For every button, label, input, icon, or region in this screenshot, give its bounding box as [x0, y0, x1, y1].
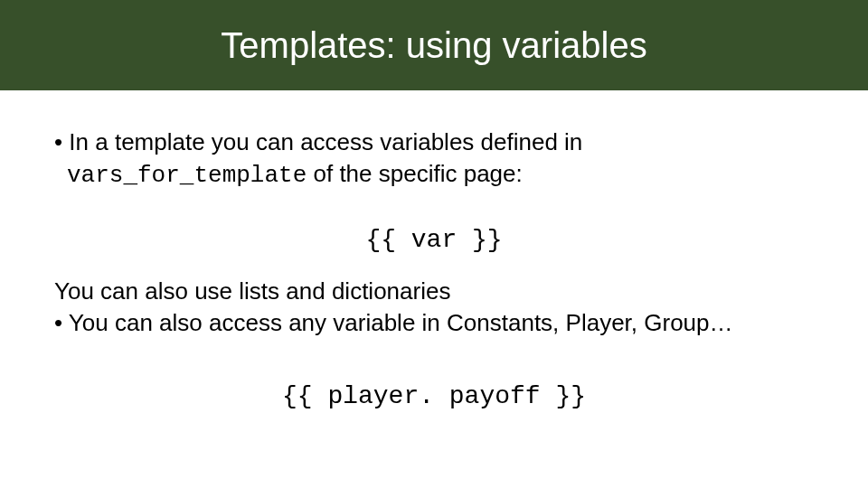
slide-content: • In a template you can access variables…	[0, 90, 868, 414]
slide-title: Templates: using variables	[221, 25, 646, 66]
code-example-1: {{ var }}	[54, 223, 814, 258]
bullet-2: • You can also access any variable in Co…	[54, 307, 814, 339]
line-lists: You can also use lists and dictionaries	[54, 276, 814, 307]
bullet-1: • In a template you can access variables…	[54, 127, 814, 158]
bullet-1-lead: • In a template you can access variables…	[54, 128, 582, 155]
bullet-1-code: vars_for_template	[67, 162, 307, 189]
code-example-2: {{ player. payoff }}	[54, 380, 814, 414]
bullet-1-continuation: vars_for_template of the specific page:	[67, 158, 814, 192]
bullet-1-tail: of the specific page:	[307, 160, 522, 187]
slide-header: Templates: using variables	[0, 0, 868, 90]
